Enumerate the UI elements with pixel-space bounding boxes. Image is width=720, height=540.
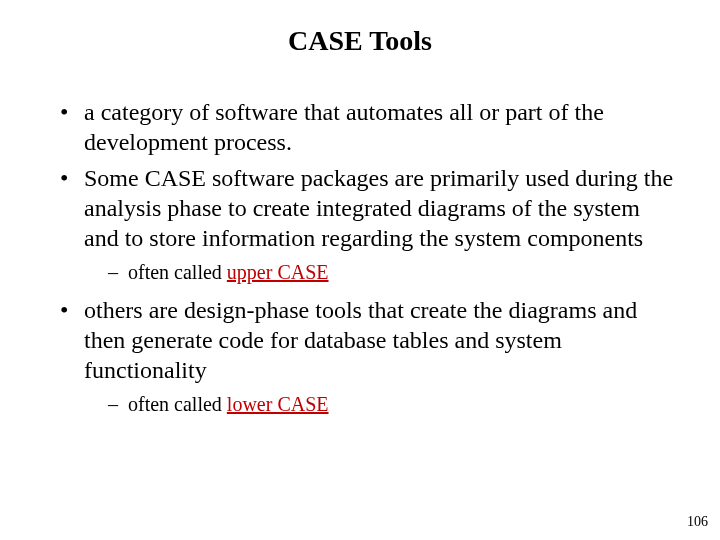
sub-highlight: lower CASE [227,393,329,415]
slide-title: CASE Tools [40,25,680,57]
bullet-item: others are design-phase tools that creat… [60,295,680,417]
sub-highlight: upper CASE [227,261,329,283]
bullet-item: a category of software that automates al… [60,97,680,157]
page-number: 106 [687,514,708,530]
sub-prefix: often called [128,393,227,415]
bullet-text: a category of software that automates al… [84,99,604,155]
sub-list: often called lower CASE [84,391,680,417]
sub-prefix: often called [128,261,227,283]
sub-list: often called upper CASE [84,259,680,285]
bullet-text: others are design-phase tools that creat… [84,297,637,383]
sub-item: often called upper CASE [108,259,680,285]
bullet-text: Some CASE software packages are primaril… [84,165,673,251]
sub-item: often called lower CASE [108,391,680,417]
bullet-list: a category of software that automates al… [40,97,680,417]
bullet-item: Some CASE software packages are primaril… [60,163,680,285]
